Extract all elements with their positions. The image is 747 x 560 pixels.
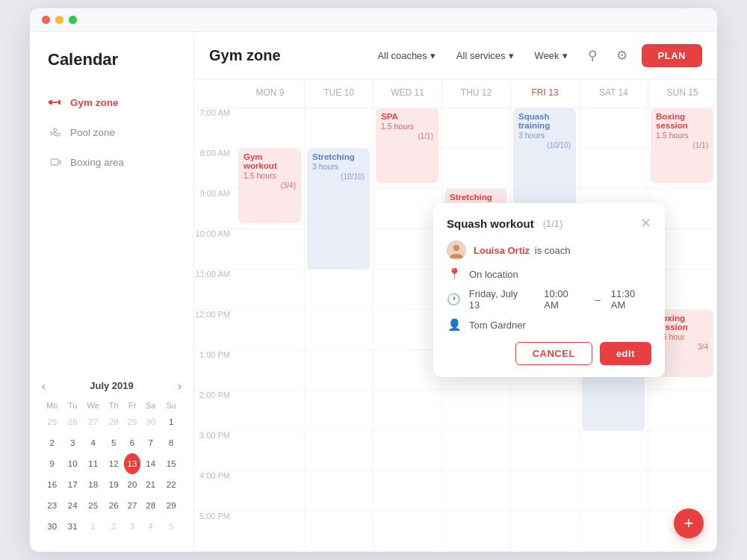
mini-cal-day[interactable]: 18: [83, 474, 104, 495]
cal-cell: [374, 229, 442, 270]
event-count: (10/10): [518, 141, 571, 149]
main-layout: Calendar Gym zone: [30, 32, 717, 552]
prev-month-button[interactable]: ‹: [42, 379, 46, 392]
popup-close-button[interactable]: ✕: [640, 217, 651, 230]
search-button[interactable]: ⚲: [583, 45, 602, 66]
mini-cal-day[interactable]: 30: [42, 516, 63, 537]
cal-cell: [511, 391, 580, 431]
mini-cal-day[interactable]: 29: [124, 411, 140, 432]
popup-time-end: 11:30 AM: [611, 288, 651, 311]
mini-cal-day[interactable]: 2: [42, 432, 63, 453]
calendar-grid: MON 9 TUE 10 WED 11 THU 12 FRI 13: [194, 80, 717, 108]
mini-cal-day[interactable]: 5: [104, 432, 125, 453]
mini-cal-day[interactable]: 11: [83, 453, 104, 474]
services-filter-button[interactable]: All services ▾: [450, 47, 520, 64]
popup-time-separator: –: [595, 294, 601, 305]
event-title: Gym workout: [244, 152, 296, 170]
cal-cell: [374, 310, 442, 350]
event-block[interactable]: SPA 1.5 hours (1/1): [376, 108, 438, 183]
mini-cal-day[interactable]: 17: [63, 474, 84, 495]
cal-day-header-tue: TUE 10: [305, 80, 374, 108]
event-title: Stretching: [450, 193, 502, 202]
mini-cal-day[interactable]: 3: [63, 432, 84, 453]
clock-icon: 🕐: [447, 293, 462, 306]
popup-time-row: 🕐 Friday, July 13 10:00 AM – 11:30 AM: [447, 288, 651, 311]
minimize-dot[interactable]: [55, 16, 63, 24]
cal-cell: [442, 471, 511, 511]
cal-cell: [236, 270, 305, 310]
mini-cal-grid: MoTuWeThFrSaSu 2526272829301234567891011…: [42, 399, 182, 537]
mini-cal-day[interactable]: 26: [63, 411, 84, 432]
mini-cal-day[interactable]: 24: [63, 495, 84, 516]
event-title: Boxing session: [656, 112, 708, 130]
mini-cal-day[interactable]: 8: [161, 432, 182, 453]
cal-cell: [236, 108, 305, 149]
sidebar-label-pool-zone: Pool zone: [70, 127, 115, 138]
event-duration: 1.5 hours: [381, 122, 433, 131]
cancel-button[interactable]: CANCEL: [515, 342, 592, 365]
coaches-filter-button[interactable]: All coaches ▾: [371, 47, 441, 64]
svg-rect-1: [50, 100, 52, 105]
mini-cal-day[interactable]: 5: [161, 516, 182, 537]
mini-cal-day[interactable]: 10: [63, 453, 84, 474]
cal-cell: [511, 471, 580, 511]
event-block[interactable]: Boxing session 1.5 hours (1/1): [651, 108, 713, 183]
mini-cal-day[interactable]: 26: [104, 495, 125, 516]
mini-cal-day[interactable]: 25: [83, 495, 104, 516]
dumbbell-icon: [48, 95, 63, 110]
cal-cell: [305, 310, 374, 350]
next-month-button[interactable]: ›: [178, 379, 182, 392]
mini-cal-day[interactable]: 28: [104, 411, 125, 432]
mini-cal-day[interactable]: 22: [161, 474, 182, 495]
mini-cal-day[interactable]: 9: [42, 453, 63, 474]
avatar: [447, 240, 466, 260]
mini-cal-day[interactable]: 25: [42, 411, 63, 432]
mini-cal-day[interactable]: 29: [161, 495, 182, 516]
mini-cal-day[interactable]: 28: [140, 495, 161, 516]
close-dot[interactable]: [42, 16, 50, 24]
popup-date: Friday, July 13: [469, 288, 531, 311]
mini-cal-day[interactable]: 21: [140, 474, 161, 495]
mini-cal-day[interactable]: 7: [140, 432, 161, 453]
plan-button[interactable]: PLAN: [642, 44, 702, 67]
mini-cal-day[interactable]: 31: [63, 516, 84, 537]
edit-button[interactable]: edIt: [600, 342, 651, 365]
mini-cal-day[interactable]: 12: [104, 453, 125, 474]
cal-cell: [374, 391, 442, 431]
mini-cal-day[interactable]: 1: [161, 411, 182, 432]
add-event-fab[interactable]: +: [674, 508, 704, 538]
settings-button[interactable]: ⚙: [611, 45, 633, 66]
mini-cal-day[interactable]: 13: [124, 453, 140, 474]
event-title: Squash training: [518, 112, 571, 130]
mini-cal-day[interactable]: 19: [104, 474, 125, 495]
cal-cell: [374, 471, 442, 511]
mini-cal-day[interactable]: 30: [140, 411, 161, 432]
mini-cal-day[interactable]: 4: [140, 516, 161, 537]
view-filter-button[interactable]: Week ▾: [529, 47, 574, 64]
popup-title-row: Squash workout (1/1): [447, 217, 562, 230]
sidebar-item-pool-zone[interactable]: Pool zone: [30, 117, 193, 147]
cal-cell: [236, 229, 305, 270]
mini-cal-day[interactable]: 27: [124, 495, 140, 516]
mini-cal-day[interactable]: 23: [42, 495, 63, 516]
mini-cal-day[interactable]: 6: [124, 432, 140, 453]
cal-cell: [305, 431, 374, 471]
mini-cal-day[interactable]: 4: [83, 432, 104, 453]
mini-cal-day[interactable]: 2: [104, 516, 125, 537]
cal-cell: [648, 431, 717, 471]
mini-cal-day[interactable]: 16: [42, 474, 63, 495]
mini-cal-day[interactable]: 27: [83, 411, 104, 432]
maximize-dot[interactable]: [69, 16, 77, 24]
time-label: 4:00 PM: [194, 471, 236, 511]
mini-cal-day[interactable]: 15: [161, 453, 182, 474]
mini-cal-day[interactable]: 20: [124, 474, 140, 495]
event-block[interactable]: Stretching 3 hours (10/10): [307, 149, 370, 270]
sidebar-item-gym-zone[interactable]: Gym zone: [30, 87, 193, 117]
mini-cal-day[interactable]: 3: [124, 516, 140, 537]
content-area: Gym zone All coaches ▾ All services ▾ We…: [194, 32, 717, 552]
mini-cal-day[interactable]: 1: [83, 516, 104, 537]
mini-cal-day[interactable]: 14: [140, 453, 161, 474]
chevron-down-icon-3: ▾: [562, 50, 568, 61]
sidebar-item-boxing-area[interactable]: Boxing area: [30, 147, 193, 177]
event-block[interactable]: Gym workout 1.5 hours (3/4): [238, 149, 301, 223]
